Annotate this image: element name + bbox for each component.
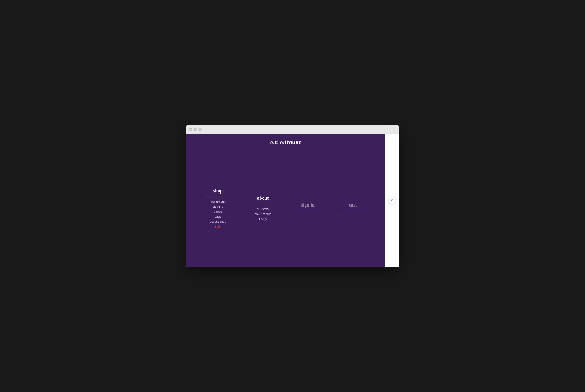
about-link-faqs[interactable]: FAQs bbox=[259, 217, 267, 221]
about-link-how-it-works[interactable]: how it works bbox=[254, 212, 272, 216]
shop-link-shoes[interactable]: shoes bbox=[214, 210, 222, 214]
about-links: our story how it works FAQs bbox=[254, 207, 272, 221]
site-header: von valentine bbox=[186, 134, 385, 149]
nav-section-shop: shop new arrivals clothing shoes bags ac… bbox=[196, 188, 240, 228]
browser-dot-3 bbox=[199, 128, 202, 131]
main-area: von valentine shop new arrivals clothing… bbox=[186, 134, 385, 267]
shop-links: new arrivals clothing shoes bags accesso… bbox=[210, 200, 226, 228]
browser-dot-2 bbox=[194, 128, 197, 131]
shop-link-clothing[interactable]: clothing bbox=[213, 205, 223, 208]
about-title[interactable]: about bbox=[257, 196, 269, 201]
signin-divider bbox=[292, 210, 323, 210]
shop-link-accessories[interactable]: accessories bbox=[210, 220, 226, 223]
nav-section-signin: sign in bbox=[286, 202, 330, 214]
browser-titlebar bbox=[186, 125, 399, 134]
about-link-our-story[interactable]: our story bbox=[257, 207, 269, 211]
nav-area: shop new arrivals clothing shoes bags ac… bbox=[186, 149, 385, 267]
browser-content: von valentine shop new arrivals clothing… bbox=[186, 134, 399, 267]
nav-section-about: about our story how it works FAQs bbox=[240, 196, 286, 221]
nav-section-cart: cart bbox=[330, 202, 376, 214]
site-title: von valentine bbox=[270, 139, 302, 145]
shop-link-sale[interactable]: sale bbox=[215, 225, 221, 228]
cart-divider bbox=[338, 210, 368, 210]
shop-link-new-arrivals[interactable]: new arrivals bbox=[210, 200, 226, 204]
shop-link-bags[interactable]: bags bbox=[214, 215, 221, 218]
close-button[interactable]: × bbox=[388, 196, 396, 204]
signin-title[interactable]: sign in bbox=[301, 202, 314, 208]
close-icon: × bbox=[391, 199, 393, 202]
about-divider bbox=[248, 203, 278, 204]
cart-title[interactable]: cart bbox=[349, 202, 357, 208]
scrollbar-area: × bbox=[385, 134, 399, 267]
browser-dot-1 bbox=[189, 128, 192, 131]
shop-title[interactable]: shop bbox=[213, 188, 223, 194]
browser-window: von valentine shop new arrivals clothing… bbox=[186, 125, 399, 267]
